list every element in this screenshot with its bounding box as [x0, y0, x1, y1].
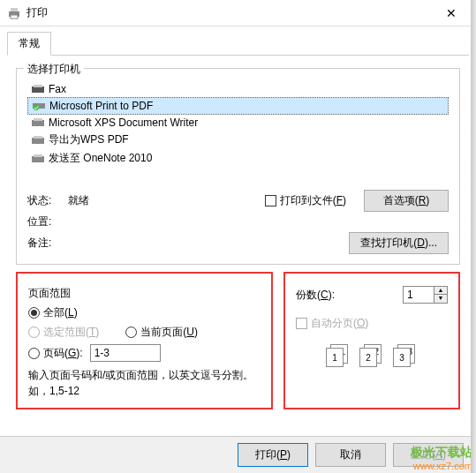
collate-illustration: 1 1 2 2 3 3 — [296, 344, 448, 369]
printer-item[interactable]: 发送至 OneNote 2010 — [27, 149, 449, 168]
svg-rect-1 — [11, 8, 18, 11]
checkbox-icon — [265, 195, 276, 206]
svg-rect-10 — [34, 136, 42, 139]
tabs: 常规 — [0, 26, 476, 56]
svg-rect-2 — [11, 15, 18, 19]
copies-group: 份数(C): ▲ ▼ 自动分页(O) 1 1 — [283, 272, 460, 409]
printer-group-title: 选择打印机 — [24, 62, 84, 77]
cancel-button[interactable]: 取消 — [315, 443, 386, 467]
dialog-content: 选择打印机 Fax Microsoft Print to PDF Microso… — [0, 56, 476, 422]
status-value: 就绪 — [68, 193, 139, 208]
collate-label: 自动分页(O) — [311, 316, 368, 331]
radio-current-label: 当前页面(U) — [140, 325, 198, 340]
printer-item[interactable]: 导出为WPS PDF — [27, 131, 449, 149]
radio-selection — [28, 327, 40, 338]
copies-label: 份数(C): — [296, 288, 335, 303]
apply-button: 应用(A) — [393, 443, 464, 467]
svg-point-6 — [34, 105, 39, 110]
printer-icon — [31, 153, 45, 165]
svg-rect-4 — [34, 85, 42, 87]
print-to-file-checkbox[interactable]: 打印到文件(F) — [265, 193, 346, 208]
right-border-decoration — [471, 0, 476, 473]
copies-input[interactable] — [404, 287, 434, 303]
location-row: 位置: — [27, 214, 449, 229]
checkbox-icon — [296, 318, 307, 329]
printer-icon — [31, 134, 45, 146]
status-label: 状态: — [27, 193, 68, 208]
titlebar: 打印 ✕ — [0, 0, 476, 26]
printer-item[interactable]: Microsoft Print to PDF — [27, 97, 449, 115]
comment-label: 备注: — [27, 236, 68, 251]
print-to-file-label: 打印到文件(F) — [280, 193, 346, 208]
printer-name: Microsoft Print to PDF — [49, 100, 153, 112]
pages-input[interactable] — [90, 344, 161, 362]
location-label: 位置: — [27, 214, 68, 229]
page-range-group: 页面范围 全部(L) 选定范围(T) 当前页面(U) 页码(G): 输入页面号码… — [16, 272, 273, 409]
printer-group: 选择打印机 Fax Microsoft Print to PDF Microso… — [16, 68, 460, 265]
page-stack: 3 3 — [391, 344, 419, 369]
svg-rect-12 — [34, 154, 42, 157]
svg-rect-11 — [32, 156, 44, 162]
tab-general[interactable]: 常规 — [7, 32, 51, 56]
radio-pages[interactable] — [28, 348, 40, 359]
printer-check-icon — [32, 100, 46, 112]
printer-list[interactable]: Fax Microsoft Print to PDF Microsoft XPS… — [27, 81, 449, 168]
printer-name: Fax — [49, 83, 66, 95]
status-row: 状态: 就绪 打印到文件(F) 首选项(R) — [27, 190, 449, 212]
dialog-footer: 打印(P) 取消 应用(A) — [0, 436, 476, 473]
spinner-down[interactable]: ▼ — [434, 295, 447, 303]
radio-all-label: 全部(L) — [43, 305, 78, 320]
window-title: 打印 — [26, 5, 434, 20]
lower-panels: 页面范围 全部(L) 选定范围(T) 当前页面(U) 页码(G): 输入页面号码… — [16, 272, 460, 409]
svg-rect-3 — [32, 86, 44, 93]
radio-all[interactable] — [28, 307, 40, 319]
page-stack: 2 2 — [358, 344, 386, 369]
page-range-title: 页面范围 — [28, 286, 261, 301]
spinner-up[interactable]: ▲ — [434, 287, 447, 295]
printer-item[interactable]: Fax — [27, 81, 449, 97]
print-button[interactable]: 打印(P) — [238, 443, 308, 467]
page-stack: 1 1 — [324, 344, 352, 369]
collate-checkbox: 自动分页(O) — [296, 316, 368, 331]
preferences-button[interactable]: 首选项(R) — [364, 190, 449, 212]
svg-rect-9 — [32, 138, 44, 144]
svg-rect-7 — [32, 120, 44, 126]
printer-icon — [31, 116, 45, 129]
printer-icon — [7, 6, 21, 20]
radio-current[interactable] — [125, 327, 137, 338]
find-printer-button[interactable]: 查找打印机(D)... — [349, 232, 449, 254]
fax-icon — [31, 83, 45, 95]
page-range-hint: 输入页面号码和/或页面范围，以英文逗号分割。如，1,5-12 — [28, 367, 261, 399]
comment-row: 备注: 查找打印机(D)... — [27, 232, 449, 254]
close-button[interactable]: ✕ — [434, 1, 469, 26]
printer-name: 导出为WPS PDF — [49, 132, 129, 147]
copies-spinner[interactable]: ▲ ▼ — [403, 286, 448, 304]
radio-selection-label: 选定范围(T) — [43, 325, 99, 340]
printer-name: 发送至 OneNote 2010 — [49, 151, 152, 166]
printer-item[interactable]: Microsoft XPS Document Writer — [27, 115, 449, 131]
svg-rect-8 — [34, 118, 42, 121]
printer-name: Microsoft XPS Document Writer — [49, 116, 198, 129]
radio-pages-label: 页码(G): — [43, 346, 83, 361]
